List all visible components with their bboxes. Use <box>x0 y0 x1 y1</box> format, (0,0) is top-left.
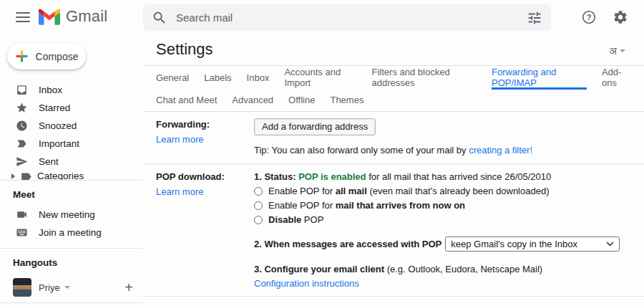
gmail-settings-screen: Gmail ? Compose Inbox Starred <box>0 0 644 306</box>
radio-disable-pop[interactable]: Disable POP <box>254 214 637 226</box>
settings-tabs-row1: General Labels Inbox Accounts and Import… <box>143 66 644 90</box>
search-input[interactable] <box>175 11 527 24</box>
configuration-instructions-link[interactable]: Configuration instructions <box>254 278 359 289</box>
settings-gear-icon[interactable] <box>613 9 628 25</box>
imap-access-label: IMAP access: <box>156 303 254 306</box>
pop-status-suffix: for all mail that has arrived since 26/0… <box>366 171 552 182</box>
gmail-m-icon <box>39 9 60 25</box>
send-icon <box>16 156 28 168</box>
avatar[interactable] <box>13 278 31 297</box>
tab-chat-and-meet[interactable]: Chat and Meet <box>156 90 217 111</box>
page-title: Settings <box>156 40 213 59</box>
meet-section-header: Meet <box>0 181 143 206</box>
forwarding-tip: Tip: You can also forward only some of y… <box>254 145 637 156</box>
chevron-down-icon <box>606 242 614 247</box>
tab-offline[interactable]: Offline <box>288 90 315 111</box>
forwarding-label: Forwarding: <box>156 118 254 130</box>
pop-download-section: POP download: Learn more 1. Status: POP … <box>143 164 644 297</box>
tab-general[interactable]: General <box>156 66 189 90</box>
svg-text:?: ? <box>587 13 592 21</box>
sidebar-item-snoozed[interactable]: Snoozed <box>0 117 143 135</box>
tab-accounts-and-import[interactable]: Accounts and Import <box>284 66 356 90</box>
tab-advanced[interactable]: Advanced <box>232 90 273 111</box>
forwarding-learn-more-link[interactable]: Learn more <box>156 134 203 145</box>
forwarding-section: Forwarding: Learn more Add a forwarding … <box>143 112 644 164</box>
pop-learn-more-link[interactable]: Learn more <box>156 186 203 197</box>
sidebar-item-starred[interactable]: Starred <box>0 99 143 117</box>
tab-filters-and-blocked-addresses[interactable]: Filters and blocked addresses <box>372 66 477 90</box>
radio-label: Enable POP for <box>268 186 336 196</box>
chevron-down-icon <box>620 49 625 52</box>
top-bar: Gmail ? <box>0 0 644 34</box>
hangouts-section-header: Hangouts <box>0 249 143 274</box>
new-conversation-plus-icon[interactable]: + <box>125 279 133 296</box>
compose-button[interactable]: Compose <box>7 43 86 70</box>
sidebar-item-categories[interactable]: Categories <box>0 171 143 180</box>
settings-tabs-row2: Chat and Meet Advanced Offline Themes <box>143 90 644 112</box>
imap-access-section: IMAP access: (access Gmail from other cl… <box>143 297 644 306</box>
settings-main: Settings अ General Labels Inbox Accounts… <box>143 34 644 306</box>
tab-labels[interactable]: Labels <box>204 66 231 90</box>
add-forwarding-address-button[interactable]: Add a forwarding address <box>254 118 376 135</box>
tab-themes[interactable]: Themes <box>330 90 364 111</box>
videocam-icon <box>16 209 28 221</box>
radio-icon[interactable] <box>254 201 263 210</box>
pop-when-label: 2. When messages are accessed with POP <box>254 239 441 249</box>
sidebar: Compose Inbox Starred Snoozed Important … <box>0 34 143 306</box>
sidebar-item-new-meeting[interactable]: New meeting <box>0 206 143 224</box>
tip-text: Tip: You can also forward only some of y… <box>254 145 469 156</box>
radio-icon[interactable] <box>254 216 263 224</box>
select-value: keep Gmail's copy in the Inbox <box>451 239 577 249</box>
radio-enable-pop-all-mail[interactable]: Enable POP for all mail (even mail that'… <box>254 186 637 197</box>
help-icon[interactable]: ? <box>581 9 597 25</box>
sidebar-item-label: New meeting <box>39 209 95 220</box>
pop-status-line: 1. Status: POP is enabled for all mail t… <box>254 171 637 183</box>
sidebar-item-label: Categories <box>37 171 84 180</box>
language-glyph: अ <box>609 44 617 57</box>
sidebar-item-label: Sent <box>39 156 59 167</box>
important-marker-icon <box>16 138 28 150</box>
radio-label: Enable POP for <box>268 200 336 211</box>
search-bar[interactable] <box>143 4 551 31</box>
star-icon <box>16 102 28 114</box>
chevron-down-icon <box>64 286 70 289</box>
sidebar-item-label: Snoozed <box>39 120 77 131</box>
pop-when-row: 2. When messages are accessed with POP k… <box>254 236 637 252</box>
clock-icon <box>16 120 28 132</box>
sidebar-item-sent[interactable]: Sent <box>0 153 143 171</box>
sidebar-item-label: Important <box>39 138 79 149</box>
creating-a-filter-link[interactable]: creating a filter! <box>469 145 532 156</box>
expand-arrow-icon[interactable] <box>11 173 15 179</box>
input-tools-language-icon[interactable]: अ <box>609 44 625 57</box>
gmail-logo[interactable]: Gmail <box>39 7 107 26</box>
keyboard-icon <box>16 226 28 239</box>
hamburger-menu-icon[interactable] <box>16 10 30 24</box>
search-options-tune-icon[interactable] <box>527 10 542 26</box>
tab-add-ons[interactable]: Add-ons <box>602 66 631 90</box>
settings-header: Settings अ <box>143 34 644 66</box>
inbox-icon <box>16 84 28 96</box>
radio-enable-pop-from-now-on[interactable]: Enable POP for mail that arrives from no… <box>254 200 637 211</box>
tab-forwarding-and-pop-imap[interactable]: Forwarding and POP/IMAP <box>492 66 587 90</box>
search-icon <box>152 10 167 26</box>
sidebar-item-inbox[interactable]: Inbox <box>0 81 143 99</box>
hangouts-user-row[interactable]: Priye + <box>0 274 143 302</box>
configure-client-label: 3. Configure your email client <box>254 264 384 274</box>
pop-configure-line: 3. Configure your email client (e.g. Out… <box>254 263 637 275</box>
tab-inbox[interactable]: Inbox <box>247 66 270 90</box>
pop-action-select[interactable]: keep Gmail's copy in the Inbox <box>445 236 620 252</box>
sidebar-item-label: Starred <box>39 102 70 113</box>
compose-plus-icon <box>15 49 29 63</box>
pop-status-prefix: 1. Status: <box>254 171 298 182</box>
hangouts-user-name: Priye <box>39 282 60 293</box>
sidebar-item-label: Join a meeting <box>39 227 102 238</box>
gmail-wordmark: Gmail <box>66 7 107 26</box>
radio-icon[interactable] <box>254 187 263 196</box>
sidebar-item-important[interactable]: Important <box>0 135 143 153</box>
compose-label: Compose <box>36 51 79 62</box>
sidebar-item-label: Inbox <box>39 85 62 95</box>
sidebar-divider <box>0 302 143 303</box>
pop-status-value: POP is enabled <box>298 171 366 182</box>
sidebar-item-join-meeting[interactable]: Join a meeting <box>0 224 143 242</box>
label-icon <box>20 171 32 180</box>
